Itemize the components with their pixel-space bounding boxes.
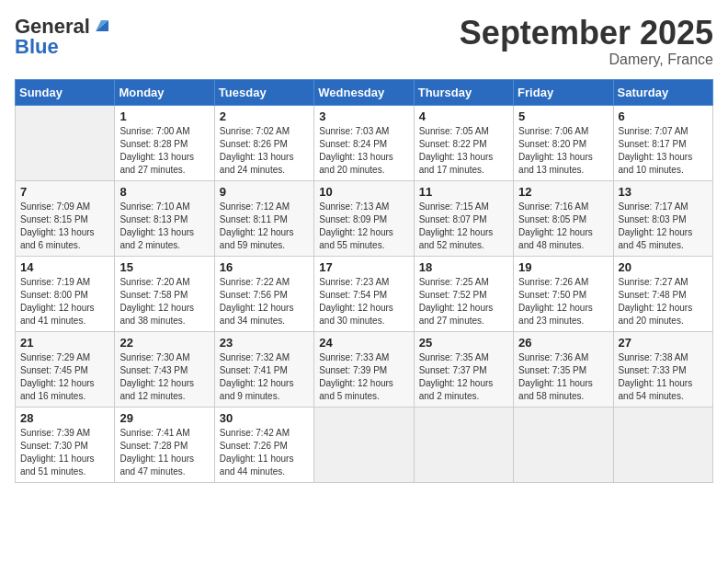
calendar-cell: 8Sunrise: 7:10 AMSunset: 8:13 PMDaylight… — [115, 180, 214, 256]
calendar-cell — [613, 407, 712, 482]
day-info: Sunrise: 7:26 AMSunset: 7:50 PMDaylight:… — [518, 276, 608, 327]
calendar-cell: 12Sunrise: 7:16 AMSunset: 8:05 PMDayligh… — [514, 180, 613, 256]
calendar-cell: 22Sunrise: 7:30 AMSunset: 7:43 PMDayligh… — [115, 331, 214, 407]
calendar-cell: 23Sunrise: 7:32 AMSunset: 7:41 PMDayligh… — [214, 331, 313, 407]
day-info: Sunrise: 7:00 AMSunset: 8:28 PMDaylight:… — [119, 125, 209, 177]
day-info: Sunrise: 7:15 AMSunset: 8:07 PMDaylight:… — [419, 201, 508, 252]
day-info: Sunrise: 7:33 AMSunset: 7:39 PMDaylight:… — [319, 351, 408, 403]
day-info: Sunrise: 7:05 AMSunset: 8:22 PMDaylight:… — [419, 125, 508, 177]
weekday-header: Tuesday — [214, 79, 313, 105]
day-info: Sunrise: 7:32 AMSunset: 7:41 PMDaylight:… — [220, 351, 309, 403]
day-info: Sunrise: 7:25 AMSunset: 7:52 PMDaylight:… — [419, 276, 508, 327]
calendar-week-row: 1Sunrise: 7:00 AMSunset: 8:28 PMDaylight… — [16, 105, 713, 180]
calendar-cell: 16Sunrise: 7:22 AMSunset: 7:56 PMDayligh… — [214, 256, 313, 331]
logo-blue: Blue — [15, 35, 59, 59]
day-info: Sunrise: 7:36 AMSunset: 7:35 PMDaylight:… — [518, 351, 608, 403]
calendar-week-row: 14Sunrise: 7:19 AMSunset: 8:00 PMDayligh… — [16, 256, 713, 331]
day-number: 29 — [119, 411, 209, 425]
day-number: 26 — [518, 336, 608, 350]
calendar-cell: 7Sunrise: 7:09 AMSunset: 8:15 PMDaylight… — [16, 180, 115, 256]
day-info: Sunrise: 7:06 AMSunset: 8:20 PMDaylight:… — [518, 125, 608, 177]
day-number: 3 — [319, 109, 408, 123]
calendar-cell — [314, 407, 414, 482]
calendar-cell: 20Sunrise: 7:27 AMSunset: 7:48 PMDayligh… — [613, 256, 712, 331]
day-number: 7 — [20, 185, 109, 199]
calendar-week-row: 28Sunrise: 7:39 AMSunset: 7:30 PMDayligh… — [16, 407, 713, 482]
month-title: September 2025 — [460, 15, 713, 52]
weekday-header: Monday — [115, 79, 214, 105]
calendar-cell: 18Sunrise: 7:25 AMSunset: 7:52 PMDayligh… — [414, 256, 513, 331]
calendar-cell: 17Sunrise: 7:23 AMSunset: 7:54 PMDayligh… — [314, 256, 414, 331]
day-info: Sunrise: 7:13 AMSunset: 8:09 PMDaylight:… — [319, 201, 408, 252]
calendar-cell: 1Sunrise: 7:00 AMSunset: 8:28 PMDaylight… — [115, 105, 214, 180]
day-number: 14 — [20, 260, 109, 274]
day-number: 15 — [119, 260, 209, 274]
calendar-table: SundayMondayTuesdayWednesdayThursdayFrid… — [15, 79, 713, 483]
day-info: Sunrise: 7:09 AMSunset: 8:15 PMDaylight:… — [20, 201, 109, 252]
calendar-cell: 24Sunrise: 7:33 AMSunset: 7:39 PMDayligh… — [314, 331, 414, 407]
day-number: 1 — [119, 109, 209, 123]
calendar-cell: 3Sunrise: 7:03 AMSunset: 8:24 PMDaylight… — [314, 105, 414, 180]
location-title: Damery, France — [460, 52, 713, 68]
calendar-cell: 21Sunrise: 7:29 AMSunset: 7:45 PMDayligh… — [16, 331, 115, 407]
day-info: Sunrise: 7:39 AMSunset: 7:30 PMDaylight:… — [20, 427, 109, 478]
calendar-cell: 4Sunrise: 7:05 AMSunset: 8:22 PMDaylight… — [414, 105, 513, 180]
calendar-cell: 15Sunrise: 7:20 AMSunset: 7:58 PMDayligh… — [115, 256, 214, 331]
day-info: Sunrise: 7:35 AMSunset: 7:37 PMDaylight:… — [419, 351, 508, 403]
day-number: 4 — [419, 109, 508, 123]
calendar-cell: 6Sunrise: 7:07 AMSunset: 8:17 PMDaylight… — [613, 105, 712, 180]
weekday-header: Thursday — [414, 79, 513, 105]
calendar-cell: 5Sunrise: 7:06 AMSunset: 8:20 PMDaylight… — [514, 105, 613, 180]
day-info: Sunrise: 7:17 AMSunset: 8:03 PMDaylight:… — [619, 201, 708, 252]
day-number: 13 — [619, 185, 708, 199]
day-info: Sunrise: 7:16 AMSunset: 8:05 PMDaylight:… — [518, 201, 608, 252]
day-info: Sunrise: 7:22 AMSunset: 7:56 PMDaylight:… — [220, 276, 309, 327]
day-number: 27 — [619, 336, 708, 350]
day-number: 2 — [220, 109, 309, 123]
calendar-cell — [514, 407, 613, 482]
calendar-cell: 26Sunrise: 7:36 AMSunset: 7:35 PMDayligh… — [514, 331, 613, 407]
day-info: Sunrise: 7:07 AMSunset: 8:17 PMDaylight:… — [619, 125, 708, 177]
calendar-cell: 14Sunrise: 7:19 AMSunset: 8:00 PMDayligh… — [16, 256, 115, 331]
calendar-cell — [16, 105, 115, 180]
day-info: Sunrise: 7:42 AMSunset: 7:26 PMDaylight:… — [220, 427, 309, 478]
calendar-cell: 29Sunrise: 7:41 AMSunset: 7:28 PMDayligh… — [115, 407, 214, 482]
day-number: 19 — [518, 260, 608, 274]
day-number: 28 — [20, 411, 109, 425]
day-info: Sunrise: 7:38 AMSunset: 7:33 PMDaylight:… — [619, 351, 708, 403]
day-number: 30 — [220, 411, 309, 425]
calendar-header-row: SundayMondayTuesdayWednesdayThursdayFrid… — [16, 79, 713, 105]
calendar-cell: 19Sunrise: 7:26 AMSunset: 7:50 PMDayligh… — [514, 256, 613, 331]
calendar-cell: 2Sunrise: 7:02 AMSunset: 8:26 PMDaylight… — [214, 105, 313, 180]
day-number: 17 — [319, 260, 408, 274]
day-info: Sunrise: 7:20 AMSunset: 7:58 PMDaylight:… — [119, 276, 209, 327]
day-number: 24 — [319, 336, 408, 350]
calendar-cell — [414, 407, 513, 482]
day-info: Sunrise: 7:10 AMSunset: 8:13 PMDaylight:… — [119, 201, 209, 252]
day-info: Sunrise: 7:02 AMSunset: 8:26 PMDaylight:… — [220, 125, 309, 177]
day-number: 8 — [119, 185, 209, 199]
calendar-cell: 27Sunrise: 7:38 AMSunset: 7:33 PMDayligh… — [613, 331, 712, 407]
calendar-cell: 11Sunrise: 7:15 AMSunset: 8:07 PMDayligh… — [414, 180, 513, 256]
day-info: Sunrise: 7:41 AMSunset: 7:28 PMDaylight:… — [119, 427, 209, 478]
day-number: 6 — [619, 109, 708, 123]
calendar-cell: 13Sunrise: 7:17 AMSunset: 8:03 PMDayligh… — [613, 180, 712, 256]
page-header: General Blue September 2025 Damery, Fran… — [15, 15, 713, 68]
day-number: 16 — [220, 260, 309, 274]
day-number: 21 — [20, 336, 109, 350]
day-info: Sunrise: 7:29 AMSunset: 7:45 PMDaylight:… — [20, 351, 109, 403]
calendar-cell: 10Sunrise: 7:13 AMSunset: 8:09 PMDayligh… — [314, 180, 414, 256]
title-area: September 2025 Damery, France — [460, 15, 713, 68]
weekday-header: Wednesday — [314, 79, 414, 105]
day-number: 12 — [518, 185, 608, 199]
day-number: 25 — [419, 336, 508, 350]
calendar-week-row: 7Sunrise: 7:09 AMSunset: 8:15 PMDaylight… — [16, 180, 713, 256]
day-number: 18 — [419, 260, 508, 274]
day-number: 22 — [119, 336, 209, 350]
day-number: 11 — [419, 185, 508, 199]
day-number: 5 — [518, 109, 608, 123]
day-number: 10 — [319, 185, 408, 199]
day-number: 20 — [619, 260, 708, 274]
day-number: 9 — [220, 185, 309, 199]
logo: General Blue — [15, 15, 108, 59]
